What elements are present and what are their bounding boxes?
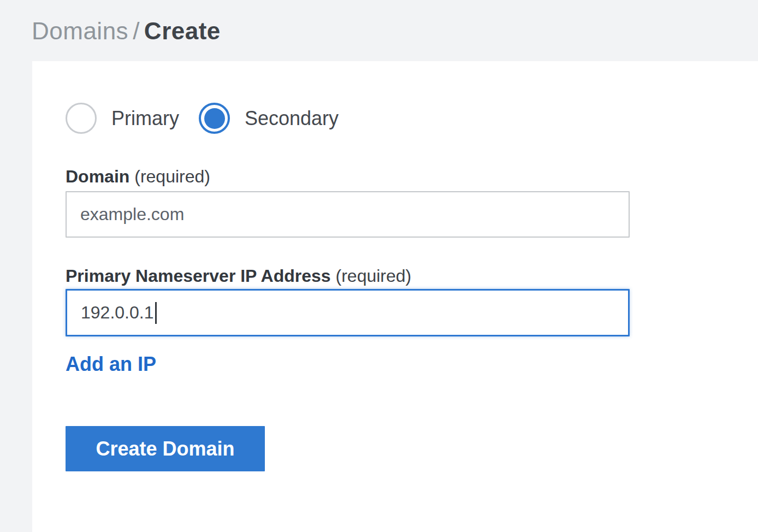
domain-field-label: Domain (required): [66, 166, 210, 187]
primary-nameserver-ip-input[interactable]: 192.0.0.1: [66, 289, 630, 336]
ip-field-label: Primary Nameserver IP Address (required): [66, 265, 411, 286]
breadcrumb-separator: /: [128, 17, 144, 44]
domain-input[interactable]: [66, 191, 630, 238]
domain-label-text: Domain: [66, 167, 129, 186]
create-domain-button[interactable]: Create Domain: [66, 426, 265, 471]
domain-label-required: (required): [134, 167, 210, 186]
radio-circle-primary[interactable]: [66, 103, 97, 134]
radio-label-secondary: Secondary: [245, 107, 339, 130]
breadcrumb: Domains/Create: [32, 18, 221, 44]
radio-label-primary: Primary: [111, 107, 179, 130]
add-an-ip-link[interactable]: Add an IP: [66, 353, 156, 376]
page: Domains/Create Primary Secondary Domain …: [0, 0, 758, 532]
ip-label-text: Primary Nameserver IP Address: [66, 266, 331, 286]
radio-option-secondary[interactable]: Secondary: [199, 103, 339, 134]
breadcrumb-domains-link[interactable]: Domains: [32, 17, 128, 44]
radio-circle-secondary[interactable]: [199, 103, 230, 134]
ip-label-required: (required): [336, 266, 412, 286]
radio-option-primary[interactable]: Primary: [66, 103, 179, 134]
text-caret: [155, 302, 157, 324]
ip-input-value: 192.0.0.1: [81, 303, 153, 323]
domain-type-radio-group: Primary Secondary: [66, 103, 339, 134]
breadcrumb-current-page: Create: [144, 17, 221, 44]
